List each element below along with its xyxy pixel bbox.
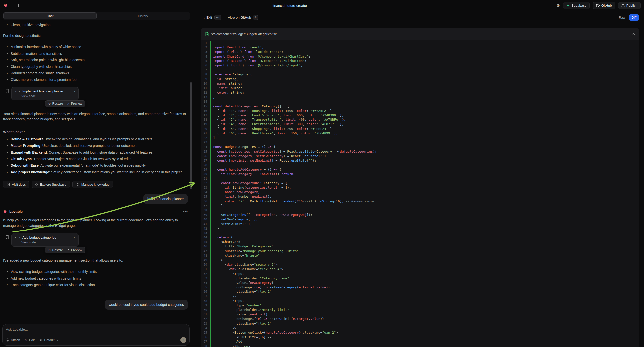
line-number: 47 xyxy=(201,249,208,254)
code-line: 62 onChange={(e) => setNewLimit(e.target… xyxy=(201,317,639,321)
code-line: 24const BudgetCategories = () => { xyxy=(201,144,639,149)
line-number: 14 xyxy=(201,99,208,104)
publish-button[interactable]: Publish xyxy=(618,2,640,9)
bookmark-icon[interactable] xyxy=(6,89,9,93)
code-line: 13} xyxy=(201,95,639,99)
line-number: 8 xyxy=(201,72,208,77)
code-line: 55 onChange={(e) => setNewCategory(e.tar… xyxy=(201,285,639,290)
code-view-header: ‹ Exit esc View on GitHub 6 Raw Diff xyxy=(193,12,644,23)
preview-button[interactable]: ↗Preview xyxy=(67,102,82,106)
line-number: 25 xyxy=(201,149,208,154)
code-text: <Plus size={16} /> xyxy=(211,335,272,339)
visit-docs-button[interactable]: Visit docs xyxy=(3,181,29,188)
design-bullet-list: Minimalist interface with plenty of whit… xyxy=(3,44,188,83)
mode-selector[interactable]: Default ⌄ xyxy=(39,338,58,342)
github-keycap: 6 xyxy=(253,15,258,20)
code-text: limit: Number(newLimit), xyxy=(211,194,272,199)
chat-prompt-input[interactable] xyxy=(6,327,177,331)
exit-button[interactable]: ‹ Exit xyxy=(204,16,212,20)
attach-button[interactable]: Attach xyxy=(6,338,20,342)
code-text: /> xyxy=(211,326,236,330)
code-line: 64 /> xyxy=(201,326,639,330)
code-text: placeholder="Monthly limit" xyxy=(211,308,289,312)
code-text: > xyxy=(211,258,223,262)
code-line: 37 }; xyxy=(201,204,639,208)
code-text: { id: '2', name: 'Food & Dining', limit:… xyxy=(211,113,344,118)
line-number: 54 xyxy=(201,280,208,285)
topbar: ⌄ financial-future-creator ⌄ ⚙ Supabase … xyxy=(0,0,644,11)
view-on-github-button[interactable]: View on GitHub xyxy=(228,16,251,20)
chat-panel: Chat History Clean, intuitive navigation… xyxy=(0,11,193,347)
edit-card-implement-financial-planner[interactable]: < > Implement financial planner › View c… xyxy=(12,87,79,100)
restore-button[interactable]: ↻Restore xyxy=(48,248,63,252)
github-button[interactable]: GitHub xyxy=(593,2,615,9)
code-text: } xyxy=(211,95,215,99)
code-line: 17 { id: '2', name: 'Food & Dining', lim… xyxy=(201,113,639,118)
chevron-left-icon: ‹ xyxy=(204,16,205,20)
code-text: <ChartCard xyxy=(211,240,240,244)
code-text: /> xyxy=(211,294,236,299)
next-steps-list: Refine & Customize: Tweak the design, an… xyxy=(3,136,188,175)
send-button[interactable]: ↑ xyxy=(180,337,186,343)
line-number: 20 xyxy=(201,127,208,131)
code-text: <Input xyxy=(211,272,244,276)
manage-knowledge-button[interactable]: Manage knowledge xyxy=(72,181,113,188)
restore-button[interactable]: ↻Restore xyxy=(48,102,63,106)
attach-image-icon xyxy=(6,338,9,342)
whats-next-heading: What’s next? xyxy=(3,129,188,135)
restore-icon: ↻ xyxy=(48,102,50,106)
view-code-link[interactable]: View code xyxy=(22,241,75,244)
code-line: 9 id: string; xyxy=(201,77,639,82)
diff-toggle-button[interactable]: Diff xyxy=(629,14,639,21)
code-line: 31 xyxy=(201,176,639,181)
lovable-heart-logo[interactable] xyxy=(4,4,8,8)
code-line: 35 limit: Number(newLimit), xyxy=(201,194,639,199)
message-menu-icon[interactable]: ••• xyxy=(183,209,188,214)
assistant-name: Lovable xyxy=(10,210,23,214)
tab-chat[interactable]: Chat xyxy=(4,12,96,20)
esc-keycap: esc xyxy=(214,15,221,20)
code-line: 33 id: String(categories.length + 1), xyxy=(201,186,639,190)
project-switcher[interactable]: financial-future-creator ⌄ xyxy=(272,4,311,8)
line-number: 17 xyxy=(201,113,208,118)
chat-scrollbar-thumb[interactable] xyxy=(190,82,192,189)
code-line: 47 subtitle="Manage your spending limits… xyxy=(201,249,639,254)
code-line: 56 className="flex-1" xyxy=(201,290,639,294)
project-name: financial-future-creator xyxy=(272,4,307,8)
line-number: 42 xyxy=(201,226,208,231)
line-number: 23 xyxy=(201,140,208,144)
code-text: className="flex-1" xyxy=(211,290,272,294)
line-number: 26 xyxy=(201,154,208,158)
code-text: const [newCategory, setNewCategory] = Re… xyxy=(211,154,328,158)
code-text: Add xyxy=(211,339,242,344)
code-text: const BudgetCategories = () => { xyxy=(211,144,275,149)
view-code-link[interactable]: View code xyxy=(22,94,75,98)
code-text: setNewLimit(''); xyxy=(211,222,252,226)
code-text: { id: '4', name: 'Entertainment', limit:… xyxy=(211,122,344,126)
edit-card-add-budget-categories[interactable]: < > Add budget categories › View code xyxy=(12,233,79,247)
code-line: 7 xyxy=(201,68,639,72)
tab-history[interactable]: History xyxy=(96,12,190,20)
raw-toggle-button[interactable]: Raw xyxy=(619,16,625,20)
explore-supabase-button[interactable]: Explore Supabase xyxy=(32,181,70,188)
line-number: 13 xyxy=(201,95,208,99)
file-header-bar[interactable]: src/components/budget/BudgetCategories.t… xyxy=(201,28,639,40)
card-hover-toolbar: ↻Restore ↗Preview xyxy=(45,100,85,107)
code-text xyxy=(211,208,213,212)
line-number: 53 xyxy=(201,276,208,280)
logo-chevron-down-icon[interactable]: ⌄ xyxy=(10,4,12,7)
chevron-down-icon: ⌄ xyxy=(56,339,58,341)
code-text: const [categories, setCategories] = Reac… xyxy=(211,149,377,154)
code-text: id: string; xyxy=(211,77,238,82)
bookmark-icon[interactable] xyxy=(6,235,9,239)
collapse-file-button[interactable] xyxy=(632,33,635,35)
chat-input-box[interactable]: Attach ✎ Edit Default ⌄ ↑ xyxy=(2,324,190,346)
settings-gear-icon[interactable]: ⚙ xyxy=(556,4,560,8)
line-number: 59 xyxy=(201,303,208,308)
sidebar-toggle-icon[interactable] xyxy=(17,4,22,8)
preview-button[interactable]: ↗Preview xyxy=(67,248,82,252)
quick-action-buttons: Visit docs Explore Supabase Manage knowl… xyxy=(3,181,189,188)
supabase-button[interactable]: Supabase xyxy=(563,2,590,9)
edit-button[interactable]: ✎ Edit xyxy=(25,338,34,342)
code-text: setNewCategory(''); xyxy=(211,217,258,222)
